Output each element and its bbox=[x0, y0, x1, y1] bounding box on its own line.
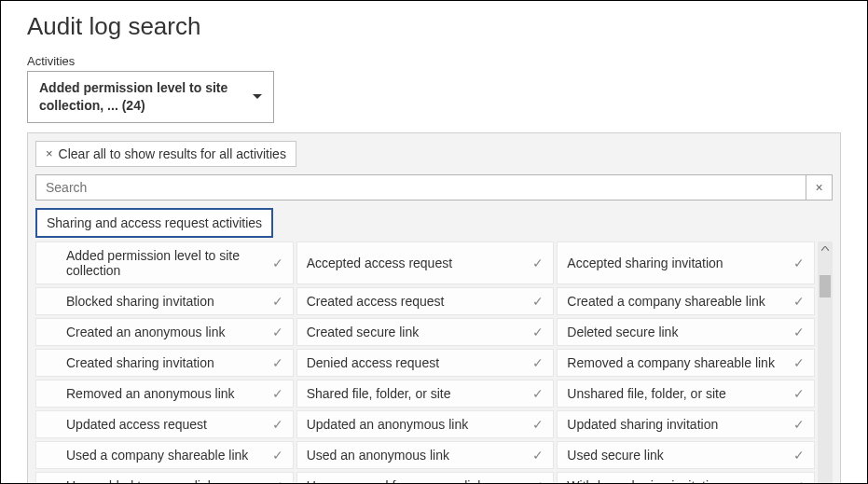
activity-item[interactable]: Shared file, folder, or site✓ bbox=[296, 380, 555, 408]
activity-item[interactable]: Used an anonymous link✓ bbox=[296, 441, 555, 469]
scrollbar-thumb[interactable] bbox=[820, 275, 831, 297]
activity-item-label: Updated an anonymous link bbox=[307, 417, 526, 432]
activity-item-label: Used an anonymous link bbox=[307, 448, 526, 463]
check-icon: ✓ bbox=[272, 448, 283, 463]
activity-item[interactable]: Accepted access request✓ bbox=[296, 242, 555, 284]
activity-item[interactable]: Added permission level to site collectio… bbox=[35, 242, 294, 284]
check-icon: ✓ bbox=[793, 256, 805, 270]
check-icon: ✓ bbox=[793, 417, 805, 432]
activity-item[interactable]: Blocked sharing invitation✓ bbox=[35, 287, 294, 315]
activity-item-label: Withdrew sharing invitation bbox=[567, 478, 786, 484]
chevron-up-icon[interactable] bbox=[818, 242, 833, 256]
activity-item[interactable]: Updated an anonymous link✓ bbox=[296, 410, 555, 438]
activity-item-label: Created secure link bbox=[307, 325, 526, 339]
check-icon: ✓ bbox=[532, 417, 544, 432]
activity-item-label: Added permission level to site collectio… bbox=[66, 248, 265, 278]
activity-item[interactable]: User removed from secure link✓ bbox=[296, 472, 555, 484]
activity-item[interactable]: Updated access request✓ bbox=[35, 410, 294, 438]
activity-item[interactable]: Created access request✓ bbox=[296, 287, 555, 315]
activity-item-label: Used a company shareable link bbox=[66, 448, 265, 463]
check-icon: ✓ bbox=[272, 325, 283, 339]
check-icon: ✓ bbox=[272, 294, 283, 309]
activity-item-label: Removed a company shareable link bbox=[567, 355, 786, 370]
activity-item[interactable]: Created secure link✓ bbox=[296, 318, 555, 346]
check-icon: ✓ bbox=[272, 256, 283, 270]
clear-all-label: Clear all to show results for all activi… bbox=[59, 146, 286, 161]
clear-all-button[interactable]: × Clear all to show results for all acti… bbox=[35, 141, 296, 167]
activity-item[interactable]: Created an anonymous link✓ bbox=[35, 318, 294, 346]
caret-down-icon bbox=[253, 94, 262, 100]
activities-grid: Added permission level to site collectio… bbox=[35, 242, 815, 484]
activity-item[interactable]: Deleted secure link✓ bbox=[557, 318, 815, 346]
activities-dropdown[interactable]: Added permission level to site collectio… bbox=[27, 71, 274, 123]
activity-item-label: Updated sharing invitation bbox=[567, 417, 786, 432]
activity-item-label: Accepted access request bbox=[307, 256, 526, 270]
activity-item-label: Created access request bbox=[307, 294, 526, 309]
activity-item[interactable]: User added to secure link✓ bbox=[35, 472, 294, 484]
search-clear-button[interactable]: × bbox=[806, 174, 833, 201]
category-header[interactable]: Sharing and access request activities bbox=[35, 208, 273, 238]
activity-item-label: User added to secure link bbox=[66, 478, 265, 484]
close-icon: × bbox=[46, 146, 53, 160]
close-icon: × bbox=[815, 180, 822, 195]
check-icon: ✓ bbox=[272, 478, 283, 484]
page-title: Audit log search bbox=[27, 12, 841, 41]
check-icon: ✓ bbox=[793, 478, 805, 484]
activity-item[interactable]: Accepted sharing invitation✓ bbox=[557, 242, 815, 284]
check-icon: ✓ bbox=[532, 448, 544, 463]
activity-item-label: Shared file, folder, or site bbox=[307, 386, 526, 401]
activity-item[interactable]: Removed a company shareable link✓ bbox=[557, 349, 815, 377]
scrollbar[interactable] bbox=[818, 242, 833, 484]
check-icon: ✓ bbox=[793, 325, 805, 339]
activity-item[interactable]: Used a company shareable link✓ bbox=[35, 441, 294, 469]
check-icon: ✓ bbox=[532, 325, 544, 339]
activity-item-label: Updated access request bbox=[66, 417, 265, 432]
check-icon: ✓ bbox=[793, 448, 805, 463]
search-input[interactable] bbox=[35, 174, 806, 201]
check-icon: ✓ bbox=[793, 386, 805, 401]
activity-item-label: Created a company shareable link bbox=[567, 294, 786, 309]
activity-item-label: User removed from secure link bbox=[307, 478, 526, 484]
activity-item[interactable]: Updated sharing invitation✓ bbox=[557, 410, 815, 438]
activity-item[interactable]: Denied access request✓ bbox=[296, 349, 555, 377]
check-icon: ✓ bbox=[272, 417, 283, 432]
activity-item-label: Denied access request bbox=[307, 355, 526, 370]
activity-item-label: Removed an anonymous link bbox=[66, 386, 265, 401]
activity-item[interactable]: Unshared file, folder, or site✓ bbox=[557, 380, 815, 408]
check-icon: ✓ bbox=[532, 478, 544, 484]
activity-item[interactable]: Removed an anonymous link✓ bbox=[35, 380, 294, 408]
check-icon: ✓ bbox=[272, 386, 283, 401]
activity-item-label: Unshared file, folder, or site bbox=[567, 386, 786, 401]
activity-item-label: Deleted secure link bbox=[567, 325, 786, 339]
activity-item[interactable]: Created a company shareable link✓ bbox=[557, 287, 815, 315]
activity-item-label: Created an anonymous link bbox=[66, 325, 265, 339]
check-icon: ✓ bbox=[532, 256, 544, 270]
check-icon: ✓ bbox=[532, 386, 544, 401]
check-icon: ✓ bbox=[793, 294, 805, 309]
activity-item[interactable]: Created sharing invitation✓ bbox=[35, 349, 294, 377]
activity-item-label: Used secure link bbox=[567, 448, 786, 463]
check-icon: ✓ bbox=[793, 355, 805, 370]
activity-item-label: Created sharing invitation bbox=[66, 355, 265, 370]
activity-item[interactable]: Used secure link✓ bbox=[557, 441, 815, 469]
activities-panel: × Clear all to show results for all acti… bbox=[27, 132, 841, 484]
activities-dropdown-text: Added permission level to site collectio… bbox=[39, 79, 245, 115]
check-icon: ✓ bbox=[532, 355, 544, 370]
activities-label: Activities bbox=[27, 54, 841, 68]
check-icon: ✓ bbox=[532, 294, 544, 309]
activity-item[interactable]: Withdrew sharing invitation✓ bbox=[557, 472, 815, 484]
activity-item-label: Blocked sharing invitation bbox=[66, 294, 265, 309]
activity-item-label: Accepted sharing invitation bbox=[567, 256, 786, 270]
check-icon: ✓ bbox=[272, 355, 283, 370]
